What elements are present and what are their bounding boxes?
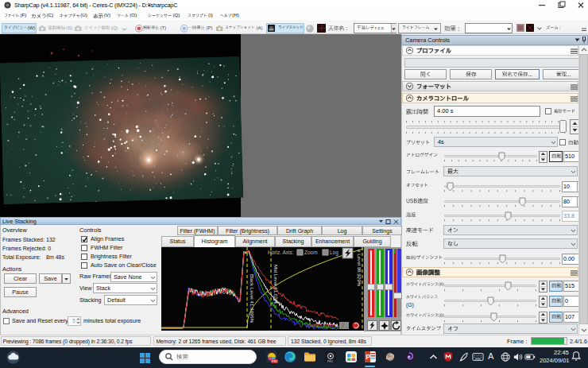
svg-text:Horiz. Axis:: Horiz. Axis: [268, 250, 294, 255]
svg-text:Stretch Mode:: Stretch Mode: [305, 323, 338, 328]
svg-text:Black Level 41.3495%: Black Level 41.3495% [250, 274, 255, 323]
svg-text:PRO: PRO [272, 359, 278, 363]
svg-text:PRO: PRO [327, 360, 334, 363]
svg-text:2: 2 [342, 323, 345, 328]
svg-text:P: P [366, 353, 370, 361]
svg-text:e Level 98.929%: e Level 98.929% [357, 250, 362, 287]
svg-text:Log: Log [330, 250, 338, 256]
svg-text:Zoom: Zoom [304, 250, 318, 255]
svg-text:Mid Level 61.02%: Mid Level 61.02% [273, 265, 279, 304]
